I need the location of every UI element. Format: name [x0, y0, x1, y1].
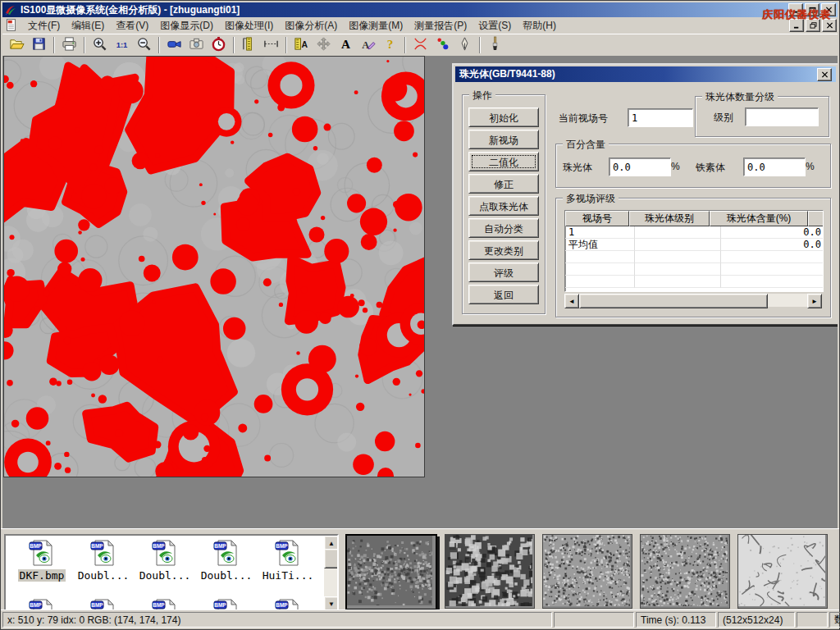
- op-button-1[interactable]: 新视场: [468, 130, 539, 149]
- toolbar-button-text-label[interactable]: A: [335, 35, 357, 56]
- menu-items: 文件(F)编辑(E)查看(V)图像显示(D)图像处理(I)图像分析(A)图像测量…: [22, 17, 562, 34]
- toolbar-separator: [233, 37, 235, 53]
- table-row-3[interactable]: [565, 263, 823, 276]
- bmp-file-icon: BMP: [135, 539, 194, 569]
- current-field-input[interactable]: 1: [628, 108, 693, 127]
- toolbar-button-print[interactable]: [58, 35, 80, 56]
- op-button-2[interactable]: 二值化: [468, 152, 539, 171]
- help-icon: ?: [382, 36, 398, 54]
- menu-item-3[interactable]: 图像显示(D): [154, 17, 219, 34]
- micrograph-image[interactable]: [3, 56, 425, 477]
- grading-group: 珠光体数量分级 级别: [695, 96, 829, 137]
- sample-thumbnail-4[interactable]: [640, 534, 730, 609]
- op-button-6[interactable]: 更改类别: [468, 240, 539, 260]
- level-input[interactable]: [745, 107, 819, 126]
- table-hscrollbar[interactable]: [564, 294, 822, 307]
- menu-item-0[interactable]: 文件(F): [22, 17, 66, 34]
- toolbar-button-save[interactable]: [28, 35, 50, 56]
- svg-text:BMP: BMP: [30, 602, 42, 608]
- sample-thumbnail-5[interactable]: [737, 534, 828, 609]
- table-header-0: 视场号: [565, 211, 629, 226]
- scroll-left-button[interactable]: [564, 294, 579, 308]
- menu-item-9[interactable]: 帮助(H): [517, 17, 562, 34]
- sample-thumbnail-2[interactable]: [445, 534, 535, 609]
- svg-text:BMP: BMP: [276, 543, 288, 549]
- svg-text:BMP: BMP: [153, 543, 165, 549]
- menu-item-4[interactable]: 图像处理(I): [219, 17, 279, 34]
- table-row-0[interactable]: 10.0: [565, 226, 823, 239]
- file-browser-vscrollbar[interactable]: [324, 536, 337, 611]
- toolbar-button-color-dots[interactable]: [431, 35, 454, 56]
- hscrollbar-thumb[interactable]: [579, 294, 768, 308]
- dialog-title-bar[interactable]: 珠光体(GB/T9441-88): [455, 66, 836, 82]
- toolbar-button-video-camera[interactable]: [163, 35, 185, 56]
- toolbar-button-pen[interactable]: [454, 35, 476, 56]
- table-row-2[interactable]: [565, 251, 823, 263]
- toolbar-separator: [479, 37, 481, 53]
- video-camera-icon: [167, 36, 182, 54]
- svg-text:?: ?: [387, 37, 394, 51]
- file-item-2[interactable]: BMPDoubl...: [135, 539, 194, 582]
- table-header-1: 珠光体级别: [629, 211, 710, 226]
- toolbar-button-brush[interactable]: [484, 35, 506, 56]
- table-cell: 平均值: [565, 239, 635, 251]
- toolbar-button-line-ruler[interactable]: [260, 35, 282, 56]
- toolbar-button-edit-text[interactable]: A: [357, 35, 379, 56]
- multi-field-table[interactable]: 视场号珠光体级别珠光体含量(%)铁素体10.0平均值0.0: [564, 210, 824, 292]
- table-cell: [565, 263, 635, 276]
- file-browser[interactable]: BMPDKF.bmpBMPDoubl...BMPDoubl...BMPDoubl…: [4, 534, 339, 613]
- menu-item-6[interactable]: 图像测量(M): [343, 17, 409, 34]
- dialog-close-button[interactable]: [817, 68, 832, 81]
- op-button-5[interactable]: 自动分类: [468, 218, 539, 238]
- color-dots-icon: [435, 36, 450, 54]
- toolbar-button-caliper-ruler[interactable]: [238, 35, 260, 56]
- file-item-4[interactable]: BMPHuiTi...: [258, 539, 317, 582]
- menu-item-2[interactable]: 查看(V): [110, 17, 154, 34]
- op-button-3[interactable]: 修正: [468, 174, 539, 194]
- toolbar-button-ruler-text[interactable]: A: [290, 35, 313, 56]
- ferrite-percent-input[interactable]: 0.0: [743, 158, 806, 176]
- toolbar-button-zoom-out[interactable]: [133, 35, 155, 56]
- sample-thumbnail-1[interactable]: [345, 534, 437, 610]
- toolbar-button-move-cross[interactable]: [313, 35, 335, 56]
- menu-bar: 文件(F)编辑(E)查看(V)图像显示(D)图像处理(I)图像分析(A)图像测量…: [2, 18, 838, 33]
- line-ruler-icon: [263, 36, 279, 54]
- op-button-7[interactable]: 评级: [468, 262, 539, 282]
- toolbar-button-camera[interactable]: [185, 35, 208, 56]
- menu-item-1[interactable]: 编辑(E): [66, 17, 110, 34]
- table-cell: 1: [565, 226, 635, 239]
- file-name: Doubl...: [199, 569, 254, 582]
- op-button-0[interactable]: 初始化: [468, 107, 539, 127]
- file-item-1[interactable]: BMPDoubl...: [74, 539, 133, 582]
- svg-text:BMP: BMP: [91, 602, 103, 608]
- table-cell: [635, 276, 721, 288]
- title-bar: IS100显微摄像系统(金相分析版) - [zhuguangti01]: [2, 2, 838, 17]
- scroll-right-button[interactable]: [807, 294, 822, 308]
- file-item-0[interactable]: BMPDKF.bmp: [12, 539, 71, 582]
- pearlite-dialog: 珠光体(GB/T9441-88) 操作 初始化新视场二值化修正点取珠光体自动分类…: [452, 63, 838, 326]
- toolbar-button-zoom-in[interactable]: [89, 35, 111, 56]
- menu-item-8[interactable]: 设置(S): [472, 17, 517, 34]
- op-button-4[interactable]: 点取珠光体: [468, 196, 539, 216]
- op-button-8[interactable]: 返回: [468, 285, 539, 304]
- bmp-file-icon: BMP: [12, 539, 71, 569]
- actual-size-icon: 1:1: [114, 36, 130, 54]
- status-cell-1: [554, 612, 634, 628]
- menu-item-7[interactable]: 测量报告(P): [409, 17, 472, 34]
- toolbar-button-help[interactable]: ?: [379, 35, 401, 56]
- file-item-3[interactable]: BMPDoubl...: [197, 539, 256, 582]
- table-cell: [635, 251, 721, 263]
- pearlite-percent-input[interactable]: 0.0: [609, 158, 671, 176]
- toolbar-button-actual-size[interactable]: 1:1: [111, 35, 133, 56]
- toolbar-button-curve-tool[interactable]: [409, 35, 431, 56]
- table-row-1[interactable]: 平均值0.0: [565, 239, 823, 251]
- table-header-2: 珠光体含量(%): [710, 211, 808, 226]
- menu-item-5[interactable]: 图像分析(A): [279, 17, 343, 34]
- toolbar-button-timer[interactable]: [208, 35, 230, 56]
- table-row-4[interactable]: [565, 276, 823, 288]
- current-field-label: 当前视场号: [559, 112, 608, 126]
- sample-thumbnail-3[interactable]: [542, 534, 632, 609]
- vscrollbar-thumb[interactable]: [324, 549, 339, 568]
- pearlite-label: 珠光体: [563, 161, 592, 175]
- toolbar-button-open-folder[interactable]: [6, 35, 28, 56]
